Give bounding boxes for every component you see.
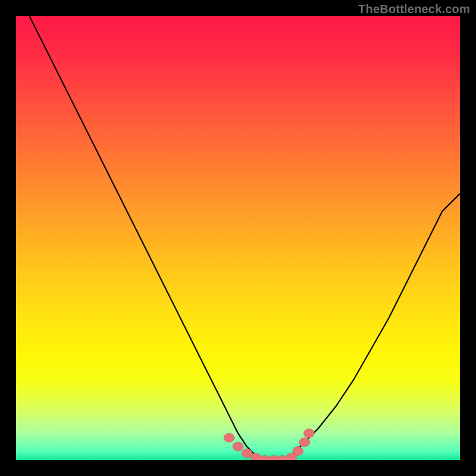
outer-frame: TheBottleneck.com — [0, 0, 476, 476]
marker-point — [233, 442, 243, 451]
watermark: TheBottleneck.com — [358, 2, 470, 16]
marker-point — [224, 433, 234, 442]
curve-svg — [16, 16, 460, 460]
marker-point — [303, 429, 314, 438]
marker-point — [293, 447, 303, 456]
gradient-plot-area — [16, 16, 460, 460]
marker-point — [299, 438, 310, 447]
bottleneck-curve — [29, 16, 460, 460]
